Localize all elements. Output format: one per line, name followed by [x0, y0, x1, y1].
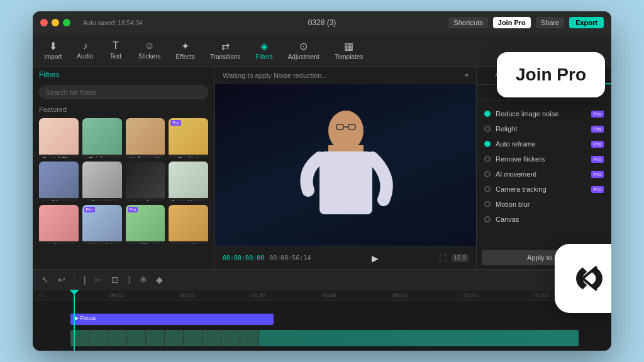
filter-option-camera-tracking[interactable]: Camera tracking Pro — [482, 182, 606, 197]
list-item[interactable]: Pro Shine Vision — [82, 205, 122, 244]
filter-thumb — [82, 118, 122, 155]
play-button[interactable]: ▶ — [372, 253, 379, 263]
keyframe-tool[interactable]: ◆ — [153, 273, 165, 286]
timeline-playhead[interactable] — [74, 290, 75, 351]
toolbar-import-label: Import — [44, 53, 62, 60]
track-thumb — [184, 330, 203, 346]
option-dot — [484, 156, 491, 162]
toolbar-adjustment-label: Adjustment — [288, 53, 319, 60]
crop-tool[interactable]: ⊡ — [109, 273, 121, 286]
list-item[interactable]: Crystal Clear — [39, 118, 79, 158]
fullscreen-icon[interactable]: ⛶ — [439, 254, 447, 263]
close-button[interactable] — [40, 19, 48, 26]
track-content: ▶ Focus — [70, 311, 605, 327]
filter-options-list: Reduce image noise Pro Relight Pro Auto … — [477, 101, 611, 246]
share-button[interactable]: Share — [536, 17, 564, 28]
toolbar-audio[interactable]: ♪ Audio — [70, 38, 99, 62]
toolbar-transitions[interactable]: ⇄ Transitions — [204, 38, 247, 63]
filters-grid: Featured Crystal Clear Rainforest Hollyw… — [33, 102, 214, 269]
filter-option-motion-blur[interactable]: Motion blur — [482, 197, 606, 212]
option-dot — [484, 111, 491, 117]
preview-video[interactable] — [215, 84, 476, 246]
filter-thumb — [169, 205, 208, 241]
freeze-tool[interactable]: ❄ — [137, 273, 150, 286]
export-button[interactable]: Export — [569, 17, 604, 28]
option-name: AI movement — [496, 170, 586, 178]
pro-badge: Pro — [591, 156, 604, 163]
shortcuts-button[interactable]: Shortcuts — [448, 17, 487, 28]
filter-option-reduce-noise[interactable]: Reduce image noise Pro — [482, 106, 606, 121]
join-pro-popup-label: Join Pro — [516, 65, 586, 85]
trim-tool[interactable]: ⊢ — [92, 273, 105, 286]
list-item[interactable]: Pumpkin — [169, 205, 208, 244]
filter-option-auto-reframe[interactable]: Auto reframe Pro — [482, 136, 606, 151]
pro-badge: Pro — [591, 186, 604, 193]
filter-option-ai-movement[interactable]: AI movement Pro — [482, 167, 606, 182]
focus-track-row: ▶ Focus — [39, 311, 605, 327]
toolbar-effects[interactable]: ✦ Effects — [169, 38, 201, 63]
undo-tool[interactable]: ↩ — [55, 273, 68, 286]
filter-name: Low-key — [126, 198, 165, 201]
filter-name: Rainforest — [82, 155, 122, 158]
toolbar-filters-label: Filters — [255, 53, 272, 60]
list-item[interactable]: Candy Cane — [39, 205, 79, 244]
list-item[interactable]: Pro Maldives — [126, 205, 165, 244]
split-tool[interactable]: | — [81, 273, 89, 286]
timeline-tracks: ▶ Focus Cover — [33, 301, 611, 349]
filter-name: Santa Monica — [169, 198, 208, 201]
option-name: Motion blur — [496, 200, 604, 208]
cursor-tool[interactable]: ↖ — [39, 273, 52, 286]
toolbar-effects-label: Effects — [175, 53, 194, 60]
pro-badge: Pro — [591, 141, 604, 148]
join-pro-button-title[interactable]: Join Pro — [493, 17, 531, 28]
option-dot — [484, 201, 491, 207]
list-item[interactable]: Pro Quality I — [169, 118, 208, 158]
list-item[interactable]: Crisp Air — [82, 162, 122, 201]
ruler-mark: 00:40 — [322, 292, 393, 299]
time-total: 00:00:56:14 — [269, 255, 311, 261]
title-bar: Auto saved: 18:54:34 0328 (3) Shortcuts … — [33, 11, 611, 34]
video-track[interactable] — [70, 330, 579, 346]
minimize-button[interactable] — [52, 19, 59, 26]
list-item[interactable]: Low-key — [126, 162, 165, 201]
track-thumb — [89, 330, 108, 346]
toolbar-stickers[interactable]: ☺ Stickers — [132, 38, 167, 62]
video-controls: 00:00:00:00 00:00:56:14 ▶ ⛶ 16:9 — [215, 246, 476, 269]
maximize-button[interactable] — [63, 19, 70, 26]
toolbar-templates[interactable]: ▦ Templates — [328, 38, 370, 63]
option-name: Auto reframe — [496, 140, 586, 148]
focus-track[interactable]: ▶ Focus — [70, 314, 274, 325]
ratio-badge: 16:9 — [452, 254, 469, 262]
list-item[interactable]: Ghost — [39, 162, 79, 201]
focus-label: ▶ Focus — [74, 315, 96, 321]
filter-thumb — [126, 162, 165, 198]
filter-name: Quality I — [169, 155, 208, 158]
list-item[interactable]: Santa Monica — [169, 162, 208, 201]
toolbar-text[interactable]: T Text — [102, 38, 130, 62]
filter-name: Crystal Clear — [39, 155, 79, 158]
option-name: Camera tracking — [496, 185, 586, 193]
toolbar-adjustment[interactable]: ⊙ Adjustment — [282, 38, 326, 63]
track-content — [70, 330, 605, 346]
toolbar-templates-label: Templates — [335, 53, 364, 60]
filter-name: Ghost — [39, 198, 79, 201]
search-input[interactable] — [39, 85, 208, 99]
filter-option-relight[interactable]: Relight Pro — [482, 121, 606, 136]
list-item[interactable]: Hollywood I — [126, 118, 165, 158]
option-name: Canvas — [496, 216, 604, 223]
speed-tool[interactable]: ⟩ — [125, 273, 133, 286]
filter-thumb — [39, 205, 79, 241]
filter-thumb: Pro — [82, 205, 122, 241]
filter-name: Maldives — [126, 241, 165, 244]
toolbar-import[interactable]: ⬇ Import — [38, 38, 68, 63]
option-name: Remove flickers — [496, 155, 586, 163]
divider — [74, 274, 75, 285]
option-dot — [484, 216, 491, 222]
list-item[interactable]: Rainforest — [82, 118, 122, 158]
preview-status-bar: Waiting to apply Noise reduction... ≡ — [215, 67, 476, 84]
join-pro-popup[interactable]: Join Pro — [497, 52, 605, 97]
filter-option-remove-flickers[interactable]: Remove flickers Pro — [482, 151, 606, 167]
video-track-row: Cover — [39, 330, 605, 346]
toolbar-filters[interactable]: ◈ Filters — [249, 38, 279, 63]
filter-option-canvas[interactable]: Canvas — [482, 212, 606, 227]
